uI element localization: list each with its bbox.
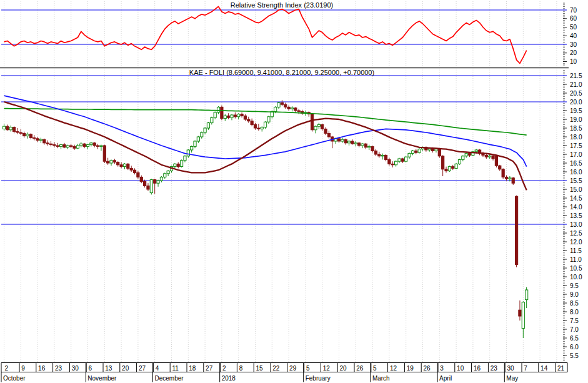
- svg-text:20: 20: [570, 49, 577, 56]
- svg-text:March: March: [372, 375, 390, 382]
- svg-text:11: 11: [172, 365, 179, 372]
- svg-text:14.0: 14.0: [570, 204, 582, 211]
- svg-text:14: 14: [541, 365, 548, 372]
- rsi-y-axis: 70605040302010: [563, 3, 577, 65]
- rsi-line: [4, 7, 527, 64]
- svg-text:12.0: 12.0: [570, 239, 582, 246]
- svg-text:2: 2: [5, 365, 9, 372]
- price-y-axis: 21.521.020.520.019.519.018.518.017.517.0…: [563, 71, 582, 361]
- svg-text:19: 19: [407, 365, 414, 372]
- svg-text:11.5: 11.5: [570, 247, 582, 254]
- svg-text:5: 5: [373, 365, 377, 372]
- svg-text:20.0: 20.0: [570, 99, 582, 106]
- svg-text:12.5: 12.5: [570, 230, 582, 237]
- svg-text:15: 15: [256, 365, 264, 372]
- svg-text:3: 3: [440, 365, 444, 372]
- svg-text:16: 16: [38, 365, 46, 372]
- svg-text:23: 23: [55, 365, 62, 372]
- svg-text:30: 30: [72, 365, 79, 372]
- svg-text:April: April: [439, 375, 452, 382]
- svg-text:November: November: [87, 375, 117, 382]
- svg-text:20: 20: [340, 365, 347, 372]
- svg-text:9.0: 9.0: [570, 291, 579, 298]
- svg-text:11.0: 11.0: [570, 256, 582, 263]
- svg-text:9: 9: [21, 365, 25, 372]
- svg-text:12: 12: [323, 365, 331, 372]
- svg-text:50: 50: [570, 24, 577, 31]
- svg-text:26: 26: [424, 365, 431, 372]
- svg-text:30: 30: [507, 365, 515, 372]
- svg-text:16.0: 16.0: [570, 169, 582, 176]
- svg-text:19.0: 19.0: [570, 116, 582, 123]
- svg-text:7.0: 7.0: [570, 326, 579, 333]
- svg-text:16.5: 16.5: [570, 160, 582, 167]
- svg-text:12: 12: [390, 365, 397, 372]
- svg-text:70: 70: [570, 7, 577, 14]
- svg-text:15.0: 15.0: [570, 186, 582, 193]
- svg-text:21.0: 21.0: [570, 81, 582, 88]
- svg-text:6.5: 6.5: [570, 335, 579, 342]
- svg-text:17.5: 17.5: [570, 142, 582, 149]
- mid-ma-blue: [4, 96, 527, 166]
- svg-text:21.5: 21.5: [570, 72, 582, 79]
- svg-text:February: February: [306, 375, 331, 382]
- svg-text:6: 6: [89, 365, 92, 372]
- svg-text:60: 60: [570, 15, 577, 22]
- svg-text:27: 27: [139, 365, 146, 372]
- svg-text:5.5: 5.5: [570, 352, 579, 359]
- svg-text:27: 27: [206, 365, 213, 372]
- svg-text:6.0: 6.0: [570, 344, 579, 351]
- svg-text:29: 29: [289, 365, 297, 372]
- svg-text:7: 7: [524, 365, 527, 372]
- svg-text:16: 16: [474, 365, 481, 372]
- svg-text:30: 30: [570, 41, 577, 48]
- stock-chart-window: 7060504030201021.521.020.520.019.519.018…: [0, 0, 588, 383]
- svg-text:13.5: 13.5: [570, 212, 582, 219]
- svg-text:2: 2: [222, 365, 226, 372]
- svg-text:15.5: 15.5: [570, 177, 582, 184]
- short-ma-maroon: [4, 102, 527, 190]
- svg-text:7.5: 7.5: [570, 317, 579, 324]
- svg-text:4: 4: [156, 365, 159, 372]
- svg-text:10.5: 10.5: [570, 265, 582, 272]
- svg-text:10: 10: [457, 365, 464, 372]
- svg-text:October: October: [3, 375, 26, 382]
- grid-lines: [4, 1, 557, 362]
- svg-text:18.0: 18.0: [570, 134, 582, 141]
- svg-text:9.5: 9.5: [570, 282, 579, 289]
- svg-text:20: 20: [122, 365, 129, 372]
- candles: [2, 100, 527, 338]
- svg-text:10: 10: [570, 58, 577, 65]
- svg-text:20.5: 20.5: [570, 90, 582, 97]
- svg-text:18.5: 18.5: [570, 125, 582, 132]
- svg-text:5: 5: [306, 365, 310, 372]
- svg-text:13: 13: [105, 365, 112, 372]
- svg-text:May: May: [506, 375, 518, 382]
- pane-separator: [0, 67, 569, 68]
- chart-canvas: 7060504030201021.521.020.520.019.519.018…: [0, 0, 588, 383]
- svg-text:8.5: 8.5: [570, 300, 579, 307]
- svg-text:8: 8: [239, 365, 243, 372]
- svg-text:40: 40: [570, 32, 577, 39]
- svg-text:14.5: 14.5: [570, 195, 582, 202]
- svg-text:19.5: 19.5: [570, 107, 582, 114]
- date-axis: October29162330November6132027December41…: [1, 363, 567, 382]
- svg-text:8.0: 8.0: [570, 309, 579, 316]
- svg-text:22: 22: [272, 365, 280, 372]
- svg-text:26: 26: [356, 365, 364, 372]
- svg-text:December: December: [155, 375, 184, 382]
- svg-text:23: 23: [491, 365, 498, 372]
- svg-text:18: 18: [189, 365, 196, 372]
- svg-text:21: 21: [557, 365, 565, 372]
- svg-text:17.0: 17.0: [570, 151, 582, 158]
- svg-text:10.0: 10.0: [570, 274, 582, 281]
- svg-text:13.0: 13.0: [570, 221, 582, 228]
- svg-text:2018: 2018: [222, 375, 236, 382]
